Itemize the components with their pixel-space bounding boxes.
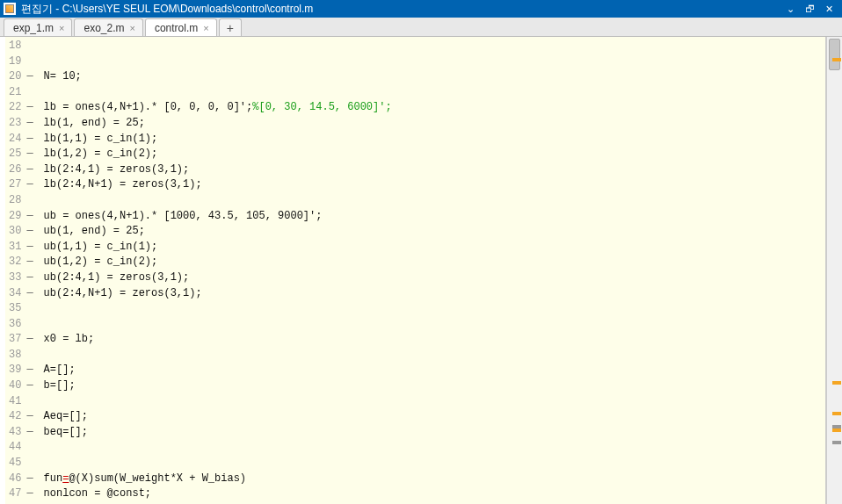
code-line[interactable]: A=[]; [44, 363, 392, 378]
editor: 18 19 20 21 22 23 24 25 26 27 28 29 30 3… [0, 37, 842, 504]
close-icon[interactable]: × [203, 23, 208, 33]
scrollbar-thumb[interactable] [829, 39, 840, 70]
code-line[interactable]: ub(1, end) = 25; [44, 224, 392, 240]
code-line[interactable]: b=[]; [44, 378, 392, 394]
code-line[interactable] [44, 394, 392, 410]
code-line[interactable]: lb(2:4,N+1) = zeros(3,1); [44, 177, 392, 193]
title-bar: 편집기 - C:\Users\YE SEUL EOM\Downloads\con… [0, 0, 842, 18]
code-line[interactable] [44, 85, 392, 101]
app-icon [4, 3, 16, 15]
code-line[interactable] [44, 39, 392, 54]
new-tab-button[interactable]: + [219, 18, 242, 36]
code-line[interactable]: lb(2:4,1) = zeros(3,1); [44, 162, 392, 178]
window-dropdown-button[interactable]: ⌄ [780, 1, 800, 17]
code-line[interactable]: nonlcon = @const; [44, 486, 392, 502]
code-line[interactable] [44, 301, 392, 317]
tab-label: exp_1.m [13, 22, 54, 34]
close-icon[interactable]: × [59, 23, 64, 33]
window-restore-button[interactable]: 🗗 [800, 1, 819, 17]
code-line[interactable] [44, 456, 392, 472]
code-text[interactable]: N= 10; lb = ones(4,N+1).* [0, 0, 0, 0]';… [37, 37, 392, 504]
code-line[interactable]: lb = ones(4,N+1).* [0, 0, 0, 0]';%[0, 30… [44, 100, 392, 116]
section-marker-column: — — — — — — — — — — — — — — — — — — — — … [26, 37, 36, 504]
code-line[interactable]: ub(1,1) = c_in(1); [44, 240, 392, 256]
code-line[interactable]: ub(2:4,1) = zeros(3,1); [44, 270, 392, 286]
code-line[interactable] [44, 348, 392, 364]
line-numbers: 18 19 20 21 22 23 24 25 26 27 28 29 30 3… [5, 37, 26, 504]
code-line[interactable]: Aeq=[]; [44, 409, 392, 425]
code-line[interactable]: ub = ones(4,N+1).* [1000, 43.5, 105, 900… [44, 209, 392, 225]
file-tab[interactable]: exo_2.m× [74, 18, 142, 36]
code-line[interactable]: N= 10; [44, 69, 392, 85]
code-line[interactable]: fun=@(X)sum(W_weight*X + W_bias) [44, 472, 392, 487]
file-tab[interactable]: exp_1.m× [4, 18, 72, 36]
code-line[interactable]: beq=[]; [44, 425, 392, 441]
close-icon[interactable]: × [130, 23, 135, 33]
code-line[interactable] [44, 440, 392, 456]
vertical-scrollbar[interactable] [826, 37, 842, 504]
code-line[interactable]: x0 = lb; [44, 332, 392, 348]
window-title: 편집기 - C:\Users\YE SEUL EOM\Downloads\con… [21, 2, 780, 17]
code-line[interactable]: lb(1,1) = c_in(1); [44, 132, 392, 148]
code-line[interactable] [44, 193, 392, 209]
code-line[interactable] [44, 317, 392, 333]
tab-label: control.m [155, 22, 198, 34]
tab-label: exo_2.m [83, 22, 124, 34]
code-line[interactable]: lb(1,2) = c_in(2); [44, 147, 392, 162]
file-tab[interactable]: control.m× [145, 18, 217, 36]
code-line[interactable]: lb(1, end) = 25; [44, 116, 392, 132]
code-line[interactable] [44, 54, 392, 70]
code-area[interactable]: 18 19 20 21 22 23 24 25 26 27 28 29 30 3… [5, 37, 826, 504]
window-close-button[interactable]: ✕ [819, 1, 838, 17]
code-line[interactable]: ub(1,2) = c_in(2); [44, 255, 392, 270]
code-line[interactable]: ub(2:4,N+1) = zeros(3,1); [44, 286, 392, 302]
tab-bar: exp_1.m×exo_2.m×control.m×+ [0, 18, 842, 37]
